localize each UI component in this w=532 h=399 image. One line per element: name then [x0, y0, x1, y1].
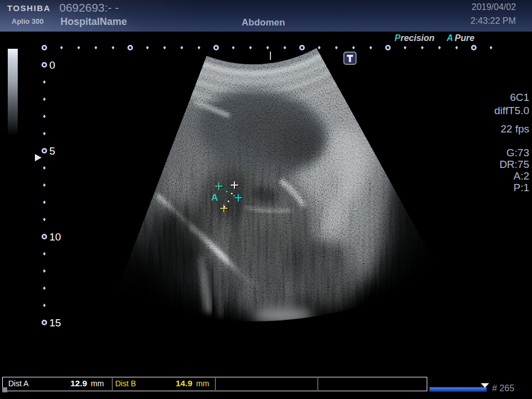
- svg-text:10: 10: [49, 231, 61, 243]
- svg-text:15: 15: [49, 317, 61, 329]
- svg-text:5: 5: [49, 145, 55, 157]
- svg-text:A: A: [211, 192, 218, 203]
- svg-text:0: 0: [49, 59, 55, 71]
